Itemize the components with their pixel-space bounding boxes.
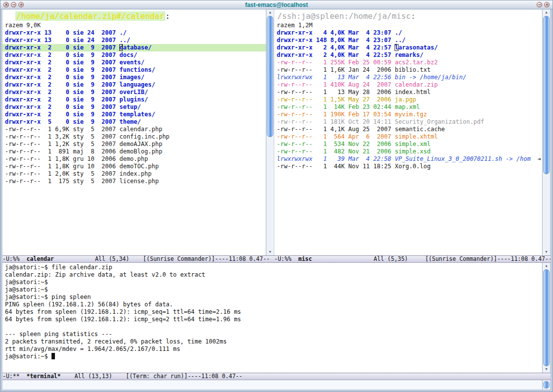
file-row[interactable]: -rw-r--r-- 1 482 Nov 21 2006 simple.xsd xyxy=(274,148,542,155)
file-row[interactable]: -rw-r--r-- 1 14K Feb 23 02:44 map.xml xyxy=(274,103,542,111)
file-row[interactable]: -rw-r--r-- 1 1,8K gru 10 2006 demoTOC.ph… xyxy=(2,163,266,170)
file-name[interactable]: semantic.cache xyxy=(395,126,445,133)
file-row[interactable]: drwxr-xr-x 2 0 sie 9 2007 functions/ xyxy=(2,66,266,74)
terminal-scrollbar-thumb[interactable] xyxy=(543,269,550,366)
file-row[interactable]: -rw-r--r-- 1 6,9K sty 5 2007 calendar.ph… xyxy=(2,126,266,133)
file-name[interactable]: demo.php xyxy=(119,155,148,162)
maximize-button[interactable]: + xyxy=(18,2,24,7)
file-row[interactable]: -rw-r--r-- 1 1,2K sty 5 2007 demoAJAX.ph… xyxy=(2,141,266,148)
file-row[interactable]: -rw-r--r-- 1 891 maj 8 2006 demoBlog.php xyxy=(2,148,266,155)
minimize-button[interactable]: − xyxy=(11,2,16,7)
file-name[interactable]: ../ xyxy=(119,37,130,44)
right-pane-header[interactable]: /ssh:ja@spleen:/home/ja/misc: xyxy=(274,9,542,22)
file-row[interactable]: -rw-r--r-- 1 410K Aug 24 2007 calendar.z… xyxy=(274,81,542,89)
file-row[interactable]: -rw-r--r-- 1 3,2K sty 5 2007 config.inc.… xyxy=(2,133,266,141)
file-name[interactable]: config.inc.php xyxy=(119,133,169,140)
file-row[interactable]: drwxr-xr-x 148 8,0K Mar 4 23:07 ../ xyxy=(274,37,542,44)
terminal-content[interactable]: ja@satori:~$ file calendar.zipcalendar.z… xyxy=(2,263,542,373)
minibuffer[interactable] xyxy=(2,380,542,390)
file-name[interactable]: theme/ xyxy=(119,118,141,125)
right-scrollbar[interactable]: ▲ ▼ xyxy=(542,9,551,255)
file-name[interactable]: calendar.zip xyxy=(395,81,438,88)
file-row[interactable]: -rw-r--r-- 1 175 sty 5 2007 license.php xyxy=(2,178,266,185)
file-name[interactable]: ./ xyxy=(119,29,126,36)
file-row[interactable]: drwxr-xr-x 2 0 sie 9 2007 database/ xyxy=(2,44,266,51)
file-name[interactable]: overLIB/ xyxy=(119,89,148,96)
minibuffer-scrollbar[interactable] xyxy=(542,380,551,390)
file-row[interactable]: -rw-r--r-- 1 1,5K May 27 2006 ja.pgp xyxy=(274,96,542,103)
file-name[interactable]: biblio.txt xyxy=(395,66,430,73)
right-pane-path[interactable]: /ssh:ja@spleen:/home/ja/misc xyxy=(277,11,411,21)
file-row[interactable]: -rw-r--r-- 1 4,1K Aug 25 2007 semantic.c… xyxy=(274,126,542,133)
left-scrollbar[interactable]: ▲ ▼ xyxy=(266,9,274,255)
minibuffer-scrollbar-thumb[interactable] xyxy=(543,381,550,389)
file-name[interactable]: myvim.tgz xyxy=(395,111,427,118)
file-name[interactable]: calendar.php xyxy=(119,126,162,133)
file-row[interactable]: drwxr-xr-x 4 4,0K Mar 4 23:07 ./ xyxy=(274,29,542,37)
file-name[interactable]: larasonatas/ xyxy=(395,44,438,51)
file-name[interactable]: license.php xyxy=(119,178,158,185)
file-name[interactable]: ../ xyxy=(395,37,405,44)
scroll-down-icon[interactable]: ▼ xyxy=(543,249,550,255)
left-pane-path[interactable]: /home/ja/calendar.zip#/calendar xyxy=(15,11,165,21)
file-row[interactable]: drwxr-xr-x 2 0 sie 9 2007 languages/ xyxy=(2,81,266,89)
file-row[interactable]: drwxr-xr-x 2 0 sie 9 2007 templates/ xyxy=(2,111,266,118)
file-name[interactable]: bin -> /home/ja/bin/ xyxy=(395,74,466,81)
file-name[interactable]: languages/ xyxy=(119,81,155,88)
scroll-up-icon[interactable]: ▲ xyxy=(543,263,550,269)
left-scrollbar-thumb[interactable] xyxy=(267,16,273,137)
left-pane-header[interactable]: /home/ja/calendar.zip#/calendar: xyxy=(2,9,266,22)
scroll-up-icon[interactable]: ▲ xyxy=(543,10,550,15)
file-row[interactable]: -rw-r--r-- 1 2,0K sty 5 2007 index.php xyxy=(2,170,266,178)
left-pane-content[interactable]: /home/ja/calendar.zip#/calendar: razem 9… xyxy=(2,9,266,255)
file-name[interactable]: index.html xyxy=(395,89,430,96)
file-row[interactable]: lrwxrwxrwx 1 39 Mar 4 22:58 VP_Suite_Lin… xyxy=(274,155,542,163)
file-name[interactable]: remarks/ xyxy=(395,51,423,58)
file-row[interactable]: -rw-r--r-- 1 564 Apr 6 2007 simple.xhtml xyxy=(274,133,542,141)
file-row[interactable]: drwxr-xr-x 2 0 sie 9 2007 setup/ xyxy=(2,103,266,111)
file-name[interactable]: index.php xyxy=(119,170,151,177)
right-pane-content[interactable]: /ssh:ja@spleen:/home/ja/misc: razem 1,2M… xyxy=(274,9,542,255)
file-row[interactable]: drwxr-xr-x 2 0 sie 9 2007 events/ xyxy=(2,59,266,66)
close-button[interactable]: × xyxy=(3,2,9,7)
file-name[interactable]: map.xml xyxy=(395,103,420,110)
file-row[interactable]: -rw-r--r-- 1 190K Feb 17 03:54 myvim.tgz xyxy=(274,111,542,118)
terminal-scrollbar[interactable]: ▲ ▼ xyxy=(542,263,551,373)
file-name[interactable]: acs2.tar.bz2 xyxy=(395,59,438,66)
file-row[interactable]: -rw-r--r-- 1 181K Oct 20 14:11 Security_… xyxy=(274,118,542,126)
file-row[interactable]: drwxr-xr-x 13 0 sie 24 2007 ./ xyxy=(2,29,266,37)
file-name[interactable]: setup/ xyxy=(119,103,141,110)
file-row[interactable]: drwxr-xr-x 2 0 sie 9 2007 docs/ xyxy=(2,51,266,59)
file-name[interactable]: ja.pgp xyxy=(395,96,416,103)
file-row[interactable]: -rw-r--r-- 1 44K Nov 11 18:25 Xorg.0.log xyxy=(274,163,542,170)
file-row[interactable]: -rw-r--r-- 1 255K Feb 25 00:59 acs2.tar.… xyxy=(274,59,542,66)
scroll-down-icon[interactable]: ▼ xyxy=(266,249,274,255)
file-name[interactable]: simple.xsd xyxy=(395,148,430,155)
file-row[interactable]: drwxr-xr-x 2 4,0K Mar 4 22:57 remarks/ xyxy=(274,51,542,59)
file-name[interactable]: simple.xml xyxy=(395,141,430,147)
file-name[interactable]: demoAJAX.php xyxy=(119,141,162,147)
file-row[interactable]: drwxr-xr-x 2 4,0K Mar 4 22:57 larasonata… xyxy=(274,44,542,51)
file-name[interactable]: docs/ xyxy=(119,51,137,58)
window-menu-button[interactable]: − xyxy=(537,2,542,7)
file-name[interactable]: templates/ xyxy=(119,111,155,118)
file-row[interactable]: lrwxrwxrwx 1 13 Mar 4 22:56 bin -> /home… xyxy=(274,74,542,81)
file-row[interactable]: drwxr-xr-x 2 0 sie 9 2007 plugins/ xyxy=(2,96,266,103)
file-name[interactable]: images/ xyxy=(119,74,145,81)
file-row[interactable]: -rw-r--r-- 1 534 Nov 22 2006 simple.xml xyxy=(274,141,542,148)
file-name[interactable]: VP_Suite_Linux_3_0_20070211.sh -> /hom xyxy=(395,155,531,162)
file-row[interactable]: drwxr-xr-x 5 0 sie 9 2007 theme/ xyxy=(2,118,266,126)
file-row[interactable]: -rw-r--r-- 1 1,8K gru 10 2006 demo.php xyxy=(2,155,266,163)
file-name[interactable]: ./ xyxy=(395,29,402,36)
scroll-up-icon[interactable]: ▲ xyxy=(266,10,274,15)
file-row[interactable]: -rw-r--r-- 1 1,6K Jan 24 2006 biblio.txt xyxy=(274,66,542,74)
file-name[interactable]: demoBlog.php xyxy=(119,148,162,155)
scroll-down-icon[interactable]: ▼ xyxy=(543,367,550,372)
file-name[interactable]: plugins/ xyxy=(119,96,148,103)
file-name[interactable]: functions/ xyxy=(119,66,155,73)
window-titlebar[interactable]: fast-emacs@localhost × − + − + xyxy=(0,0,553,9)
right-scrollbar-thumb[interactable] xyxy=(543,16,550,174)
file-name[interactable]: simple.xhtml xyxy=(395,133,438,140)
file-row[interactable]: drwxr-xr-x 13 0 sie 24 2007 ../ xyxy=(2,37,266,44)
file-name[interactable]: Xorg.0.log xyxy=(395,163,430,170)
